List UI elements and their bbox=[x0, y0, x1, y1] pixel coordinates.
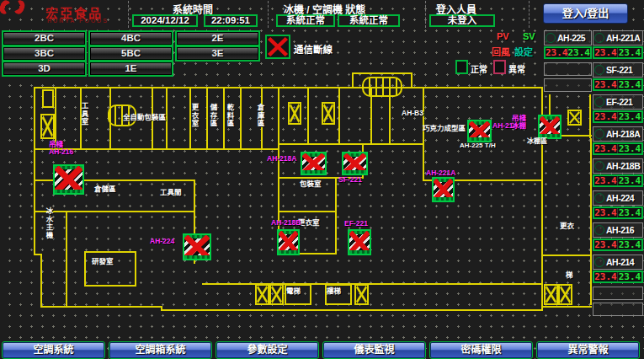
device-label: AH-218B bbox=[271, 219, 301, 227]
room-box bbox=[42, 89, 54, 108]
device-sublabel: AH-225 T/H bbox=[460, 142, 496, 149]
unit-header[interactable]: AH-216 bbox=[593, 222, 643, 238]
unit-led-icon bbox=[594, 129, 604, 139]
device-d7-comm-loss-icon[interactable] bbox=[467, 120, 492, 142]
wall bbox=[279, 143, 424, 145]
wall bbox=[240, 87, 242, 149]
unit-header[interactable]: AH-221A bbox=[593, 30, 643, 46]
unit-pv-value: 23.4 bbox=[594, 80, 618, 89]
unit-AH-225[interactable]: AH-22523.423.4 bbox=[544, 30, 592, 59]
stairwell-icon bbox=[362, 77, 402, 97]
room-label-lift: 電梯 bbox=[286, 287, 301, 295]
nav-button-2[interactable]: 空調箱系統 bbox=[109, 342, 211, 358]
unit-sv-value: 23.4 bbox=[618, 80, 641, 89]
device-label: SF-221 bbox=[338, 176, 362, 184]
nav-button-3[interactable]: 參數設定 bbox=[216, 342, 318, 358]
unit-header[interactable]: AH-214 bbox=[593, 255, 643, 270]
unit-pv-value: 23.4 bbox=[594, 48, 618, 57]
room-label-locker2: 更衣 bbox=[560, 222, 574, 230]
unit-header[interactable]: AH-225 bbox=[544, 30, 592, 46]
room-label-ahb3: AH-B3 bbox=[402, 110, 423, 117]
unit-AH-218B[interactable]: AH-218B23.423.4 bbox=[593, 158, 643, 187]
nav-button-4[interactable]: 儀表監視 bbox=[323, 342, 425, 358]
device-d8-comm-loss-icon[interactable] bbox=[538, 115, 562, 139]
device-d9-comm-loss-icon[interactable] bbox=[432, 177, 455, 202]
unit-AH-214[interactable]: AH-21423.423.4 bbox=[593, 255, 643, 283]
unit-sv-value: 23.4 bbox=[568, 48, 591, 57]
unit-header[interactable]: AH-218A bbox=[593, 126, 643, 142]
unit-values: 23.423.4 bbox=[593, 46, 643, 59]
unit-EF-221[interactable]: EF-22123.423.4 bbox=[593, 94, 643, 123]
unit-AH-216[interactable]: AH-21623.423.4 bbox=[593, 222, 643, 251]
unit-sv-value: 23.4 bbox=[618, 176, 641, 185]
unit-name: AH-218A bbox=[606, 129, 640, 139]
device-label: AH-218A bbox=[267, 155, 296, 163]
unit-pv-value: 23.4 bbox=[546, 48, 568, 57]
room-label-chiller: 冰水主機 bbox=[45, 207, 52, 239]
device-d4-comm-loss-icon[interactable] bbox=[277, 229, 300, 255]
room-label-stair2: 梯 bbox=[566, 271, 573, 279]
wall bbox=[84, 285, 136, 287]
unit-name: AH-224 bbox=[606, 193, 634, 203]
unit-name: AH-221A bbox=[606, 33, 640, 43]
unit-led-icon bbox=[594, 33, 604, 43]
unit-values: 23.423.4 bbox=[593, 271, 643, 283]
unit-sv-value: 23.4 bbox=[618, 144, 641, 153]
wall bbox=[352, 72, 354, 87]
wall bbox=[84, 251, 86, 287]
unit-led-icon bbox=[594, 225, 604, 235]
unit-pv-value: 23.4 bbox=[594, 208, 618, 217]
device-d1-comm-loss-icon[interactable] bbox=[53, 164, 84, 195]
wall bbox=[40, 254, 42, 308]
unit-values: 23.423.4 bbox=[593, 238, 643, 251]
unit-sv-value: 23.4 bbox=[618, 272, 641, 281]
wall bbox=[411, 72, 412, 87]
nav-button-1[interactable]: 空調系統 bbox=[3, 342, 104, 358]
wall bbox=[307, 87, 309, 143]
room-label-pack: 包裝室 bbox=[300, 180, 322, 188]
device-label: 吊棧 AH-216 bbox=[49, 141, 73, 156]
wall bbox=[278, 87, 279, 149]
unit-sv-value: 23.4 bbox=[618, 112, 641, 121]
unit-led-icon bbox=[594, 65, 604, 75]
device-d6-comm-loss-icon[interactable] bbox=[183, 233, 211, 260]
unit-name: AH-216 bbox=[606, 225, 634, 235]
unit-sv-value: 23.4 bbox=[618, 240, 641, 249]
wall bbox=[206, 87, 208, 149]
wall bbox=[202, 283, 543, 285]
wall bbox=[589, 94, 591, 138]
empty-slot bbox=[593, 303, 643, 316]
device-d3-comm-loss-icon[interactable] bbox=[342, 152, 368, 175]
device-label: EF-221 bbox=[344, 220, 368, 228]
unit-led-icon bbox=[594, 257, 604, 267]
device-d2-comm-loss-icon[interactable] bbox=[301, 152, 327, 175]
shaft-x-icon bbox=[544, 284, 558, 305]
nav-button-6[interactable]: 異常警報 bbox=[537, 342, 639, 358]
unit-sv-value: 23.4 bbox=[618, 48, 641, 57]
unit-AH-218A[interactable]: AH-218A23.423.4 bbox=[593, 126, 643, 155]
room-label-tool2: 工具間 bbox=[160, 189, 182, 196]
unit-AH-224[interactable]: AH-22423.423.4 bbox=[593, 190, 643, 219]
unit-led-icon bbox=[594, 161, 604, 171]
shaft-x-icon bbox=[567, 110, 582, 126]
unit-header[interactable]: EF-221 bbox=[593, 94, 643, 110]
nav-button-5[interactable]: 密碼權限 bbox=[430, 342, 532, 358]
device-label: 吊棧 冰棚 bbox=[512, 115, 526, 130]
unit-SF-221[interactable]: SF-22123.423.4 bbox=[593, 62, 643, 91]
device-d5-comm-loss-icon[interactable] bbox=[348, 229, 371, 255]
wall bbox=[278, 211, 337, 212]
wall bbox=[40, 306, 162, 308]
unit-led-icon bbox=[546, 33, 556, 43]
unit-header[interactable]: AH-218B bbox=[593, 158, 643, 174]
unit-values: 23.423.4 bbox=[593, 174, 643, 187]
unit-header[interactable]: SF-221 bbox=[593, 62, 643, 78]
device-label: AH-224 bbox=[150, 238, 174, 245]
wall bbox=[84, 251, 136, 253]
unit-AH-221A[interactable]: AH-221A23.423.4 bbox=[593, 30, 643, 59]
wall bbox=[543, 255, 590, 256]
wall bbox=[34, 87, 35, 255]
empty-slot bbox=[593, 287, 643, 300]
unit-header[interactable]: AH-224 bbox=[593, 190, 643, 206]
wall bbox=[543, 306, 592, 308]
device-label: AH-221A bbox=[426, 169, 455, 177]
